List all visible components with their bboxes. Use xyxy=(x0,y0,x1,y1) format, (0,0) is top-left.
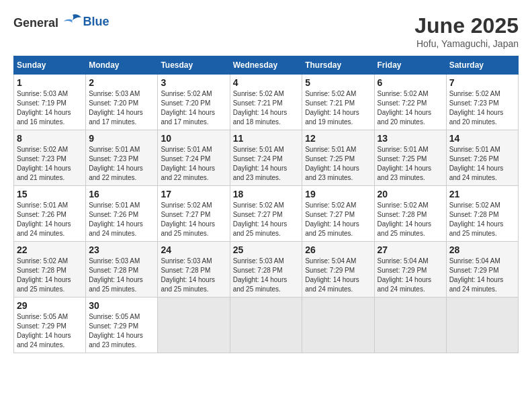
calendar-table: Sunday Monday Tuesday Wednesday Thursday… xyxy=(13,56,519,353)
calendar-cell: 26 Sunrise: 5:04 AMSunset: 7:29 PMDaylig… xyxy=(302,242,374,298)
calendar-cell: 11 Sunrise: 5:01 AMSunset: 7:24 PMDaylig… xyxy=(230,130,302,186)
calendar-title: June 2025 xyxy=(414,13,519,38)
calendar-cell: 17 Sunrise: 5:02 AMSunset: 7:27 PMDaylig… xyxy=(158,186,230,242)
calendar-cell: 10 Sunrise: 5:01 AMSunset: 7:24 PMDaylig… xyxy=(158,130,230,186)
calendar-cell: 6 Sunrise: 5:02 AMSunset: 7:22 PMDayligh… xyxy=(374,75,446,130)
header-sunday: Sunday xyxy=(14,56,86,75)
calendar-week-row: 29 Sunrise: 5:05 AMSunset: 7:29 PMDaylig… xyxy=(14,298,519,353)
day-detail: Sunrise: 5:02 AMSunset: 7:27 PMDaylight:… xyxy=(233,201,287,237)
day-number: 29 xyxy=(17,300,83,311)
day-detail: Sunrise: 5:02 AMSunset: 7:27 PMDaylight:… xyxy=(161,201,215,237)
day-detail: Sunrise: 5:01 AMSunset: 7:25 PMDaylight:… xyxy=(305,146,359,181)
header: General Blue June 2025 Hofu, Yamaguchi, … xyxy=(13,13,519,49)
day-number: 15 xyxy=(17,189,83,199)
day-number: 2 xyxy=(89,77,154,88)
calendar-cell: 20 Sunrise: 5:02 AMSunset: 7:28 PMDaylig… xyxy=(374,186,446,242)
calendar-cell xyxy=(158,298,230,353)
day-number: 12 xyxy=(305,133,371,144)
calendar-cell: 24 Sunrise: 5:03 AMSunset: 7:28 PMDaylig… xyxy=(158,242,230,298)
logo-bird-icon xyxy=(63,13,82,27)
logo: General Blue xyxy=(13,13,109,30)
calendar-cell: 7 Sunrise: 5:02 AMSunset: 7:23 PMDayligh… xyxy=(446,75,518,130)
day-number: 3 xyxy=(161,77,226,88)
day-detail: Sunrise: 5:02 AMSunset: 7:28 PMDaylight:… xyxy=(449,201,504,237)
day-detail: Sunrise: 5:02 AMSunset: 7:20 PMDaylight:… xyxy=(161,90,215,126)
day-number: 19 xyxy=(305,189,371,199)
calendar-cell: 4 Sunrise: 5:02 AMSunset: 7:21 PMDayligh… xyxy=(230,75,302,130)
day-detail: Sunrise: 5:02 AMSunset: 7:28 PMDaylight:… xyxy=(378,201,432,237)
header-tuesday: Tuesday xyxy=(158,56,230,75)
day-detail: Sunrise: 5:02 AMSunset: 7:27 PMDaylight:… xyxy=(305,201,359,237)
day-detail: Sunrise: 5:01 AMSunset: 7:23 PMDaylight:… xyxy=(89,146,143,181)
day-detail: Sunrise: 5:04 AMSunset: 7:29 PMDaylight:… xyxy=(305,257,359,293)
logo-blue-text: Blue xyxy=(83,15,109,28)
day-number: 24 xyxy=(161,244,226,255)
calendar-cell: 21 Sunrise: 5:02 AMSunset: 7:28 PMDaylig… xyxy=(446,186,518,242)
calendar-cell xyxy=(302,298,374,353)
calendar-week-row: 22 Sunrise: 5:02 AMSunset: 7:28 PMDaylig… xyxy=(14,242,519,298)
calendar-week-row: 1 Sunrise: 5:03 AMSunset: 7:19 PMDayligh… xyxy=(14,75,519,130)
calendar-cell: 28 Sunrise: 5:04 AMSunset: 7:29 PMDaylig… xyxy=(446,242,518,298)
day-number: 21 xyxy=(449,189,515,199)
calendar-cell xyxy=(446,298,518,353)
day-detail: Sunrise: 5:01 AMSunset: 7:24 PMDaylight:… xyxy=(233,146,287,181)
day-number: 9 xyxy=(89,133,154,144)
day-number: 30 xyxy=(89,300,154,311)
day-number: 14 xyxy=(449,133,515,144)
calendar-cell: 27 Sunrise: 5:04 AMSunset: 7:29 PMDaylig… xyxy=(374,242,446,298)
day-detail: Sunrise: 5:01 AMSunset: 7:26 PMDaylight:… xyxy=(449,146,504,181)
day-number: 25 xyxy=(233,244,300,255)
calendar-week-row: 15 Sunrise: 5:01 AMSunset: 7:26 PMDaylig… xyxy=(14,186,519,242)
calendar-body: 1 Sunrise: 5:03 AMSunset: 7:19 PMDayligh… xyxy=(14,75,519,353)
calendar-cell xyxy=(230,298,302,353)
day-detail: Sunrise: 5:04 AMSunset: 7:29 PMDaylight:… xyxy=(378,257,432,293)
day-number: 13 xyxy=(378,133,443,144)
day-number: 17 xyxy=(161,189,226,199)
calendar-cell: 15 Sunrise: 5:01 AMSunset: 7:26 PMDaylig… xyxy=(14,186,86,242)
day-detail: Sunrise: 5:02 AMSunset: 7:22 PMDaylight:… xyxy=(378,90,432,126)
day-number: 16 xyxy=(89,189,154,199)
day-number: 6 xyxy=(378,77,443,88)
day-detail: Sunrise: 5:01 AMSunset: 7:26 PMDaylight:… xyxy=(89,201,143,237)
day-number: 20 xyxy=(378,189,443,199)
day-number: 10 xyxy=(161,133,226,144)
day-detail: Sunrise: 5:03 AMSunset: 7:20 PMDaylight:… xyxy=(89,90,143,126)
calendar-cell: 16 Sunrise: 5:01 AMSunset: 7:26 PMDaylig… xyxy=(86,186,158,242)
header-monday: Monday xyxy=(86,56,158,75)
title-area: June 2025 Hofu, Yamaguchi, Japan xyxy=(414,13,519,49)
day-detail: Sunrise: 5:04 AMSunset: 7:29 PMDaylight:… xyxy=(449,257,504,293)
day-number: 26 xyxy=(305,244,371,255)
calendar-cell: 25 Sunrise: 5:03 AMSunset: 7:28 PMDaylig… xyxy=(230,242,302,298)
calendar-cell: 22 Sunrise: 5:02 AMSunset: 7:28 PMDaylig… xyxy=(14,242,86,298)
day-detail: Sunrise: 5:03 AMSunset: 7:28 PMDaylight:… xyxy=(161,257,215,293)
day-detail: Sunrise: 5:05 AMSunset: 7:29 PMDaylight:… xyxy=(89,313,143,349)
calendar-cell: 23 Sunrise: 5:03 AMSunset: 7:28 PMDaylig… xyxy=(86,242,158,298)
day-number: 18 xyxy=(233,189,300,199)
calendar-cell: 30 Sunrise: 5:05 AMSunset: 7:29 PMDaylig… xyxy=(86,298,158,353)
day-detail: Sunrise: 5:01 AMSunset: 7:26 PMDaylight:… xyxy=(17,201,71,237)
day-number: 1 xyxy=(17,77,83,88)
day-detail: Sunrise: 5:02 AMSunset: 7:23 PMDaylight:… xyxy=(449,90,504,126)
day-number: 8 xyxy=(17,133,83,144)
header-friday: Friday xyxy=(374,56,446,75)
day-detail: Sunrise: 5:05 AMSunset: 7:29 PMDaylight:… xyxy=(17,313,71,349)
weekday-header-row: Sunday Monday Tuesday Wednesday Thursday… xyxy=(14,56,519,75)
day-detail: Sunrise: 5:02 AMSunset: 7:21 PMDaylight:… xyxy=(305,90,359,126)
calendar-cell: 29 Sunrise: 5:05 AMSunset: 7:29 PMDaylig… xyxy=(14,298,86,353)
day-number: 22 xyxy=(17,244,83,255)
day-number: 5 xyxy=(305,77,371,88)
day-number: 27 xyxy=(378,244,443,255)
calendar-cell: 13 Sunrise: 5:01 AMSunset: 7:25 PMDaylig… xyxy=(374,130,446,186)
day-number: 7 xyxy=(449,77,515,88)
logo-general-text: General xyxy=(13,16,58,30)
calendar-subtitle: Hofu, Yamaguchi, Japan xyxy=(414,38,519,49)
day-number: 28 xyxy=(449,244,515,255)
day-number: 11 xyxy=(233,133,300,144)
calendar-cell: 14 Sunrise: 5:01 AMSunset: 7:26 PMDaylig… xyxy=(446,130,518,186)
day-detail: Sunrise: 5:01 AMSunset: 7:24 PMDaylight:… xyxy=(161,146,215,181)
day-detail: Sunrise: 5:01 AMSunset: 7:25 PMDaylight:… xyxy=(378,146,432,181)
day-detail: Sunrise: 5:02 AMSunset: 7:21 PMDaylight:… xyxy=(233,90,287,126)
calendar-cell: 3 Sunrise: 5:02 AMSunset: 7:20 PMDayligh… xyxy=(158,75,230,130)
calendar-cell: 8 Sunrise: 5:02 AMSunset: 7:23 PMDayligh… xyxy=(14,130,86,186)
calendar-cell xyxy=(374,298,446,353)
